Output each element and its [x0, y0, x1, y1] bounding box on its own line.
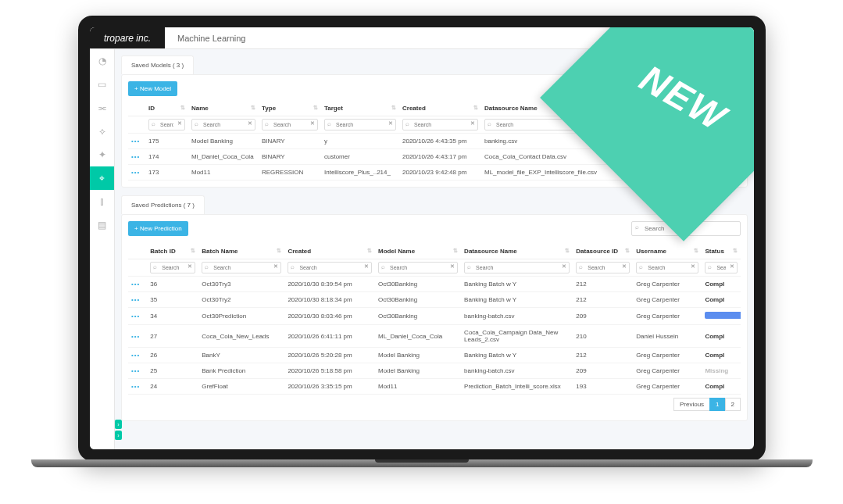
- sort-icon[interactable]: ⇅: [191, 248, 195, 254]
- status-progress-bar: [705, 312, 741, 319]
- sort-icon[interactable]: ⇅: [391, 105, 396, 111]
- pagination-previous[interactable]: Previous: [673, 398, 710, 411]
- column-search[interactable]: ✕: [150, 262, 195, 273]
- row-actions-icon[interactable]: •••: [131, 153, 140, 160]
- column-search[interactable]: ✕: [576, 262, 630, 273]
- column-header[interactable]: Created⇅: [399, 101, 481, 116]
- pagination-page-2[interactable]: 2: [725, 398, 741, 411]
- row-actions-icon[interactable]: •••: [131, 138, 140, 145]
- row-actions-icon[interactable]: •••: [131, 281, 140, 288]
- column-search[interactable]: ✕: [636, 262, 698, 273]
- table-row[interactable]: •••25Bank Prediction2020/10/26 5:18:58 p…: [128, 363, 741, 379]
- sort-icon[interactable]: ⇅: [453, 248, 458, 254]
- table-row[interactable]: •••26BankY2020/10/26 5:20:28 pmModel Ban…: [128, 348, 741, 363]
- table-row[interactable]: •••27Coca_Cola_New_Leads2020/10/26 6:41:…: [128, 325, 741, 348]
- sidebar-item-2[interactable]: ⫘: [90, 96, 114, 120]
- column-search[interactable]: ✕: [288, 262, 372, 273]
- sidebar-item-7[interactable]: ▤: [90, 213, 114, 237]
- tab-saved-models[interactable]: Saved Models ( 3 ): [121, 55, 194, 74]
- column-header[interactable]: Name⇅: [188, 101, 259, 116]
- sidebar-item-1[interactable]: ▭: [90, 73, 114, 96]
- saved-predictions-section: Saved Predictions ( 7 ) New Prediction B…: [121, 195, 748, 421]
- column-search[interactable]: ✕: [262, 119, 318, 130]
- table-row[interactable]: •••24GrefFloat2020/10/26 3:35:15 pmMod11…: [128, 379, 741, 395]
- pagination: Previous12: [128, 395, 741, 414]
- column-search[interactable]: ✕: [148, 119, 185, 130]
- clear-icon[interactable]: ✕: [273, 263, 278, 270]
- clear-icon[interactable]: ✕: [562, 263, 566, 270]
- sort-icon[interactable]: ⇅: [733, 248, 738, 254]
- tab-saved-predictions[interactable]: Saved Predictions ( 7 ): [121, 195, 205, 214]
- row-actions-icon[interactable]: •••: [131, 313, 140, 320]
- clear-icon[interactable]: ✕: [470, 120, 475, 127]
- screen: tropare inc. Machine Learning ◔▭⫘⟡✦⌖⫿▤ ›…: [90, 27, 754, 449]
- column-header[interactable]: Type⇅: [259, 101, 321, 116]
- clear-icon[interactable]: ✕: [177, 120, 182, 127]
- sort-icon[interactable]: ⇅: [625, 248, 630, 254]
- row-actions-icon[interactable]: •••: [131, 333, 140, 340]
- sidebar-item-6[interactable]: ⫿: [90, 190, 114, 213]
- column-search[interactable]: ✕: [191, 119, 255, 130]
- clear-icon[interactable]: ✕: [450, 263, 455, 270]
- column-header[interactable]: Batch Name⇅: [198, 244, 284, 259]
- clear-icon[interactable]: ✕: [364, 263, 369, 270]
- sidebar-item-4[interactable]: ✦: [90, 143, 114, 166]
- clear-icon[interactable]: ✕: [622, 263, 627, 270]
- column-header[interactable]: Status⇅: [702, 244, 741, 259]
- column-search[interactable]: ✕: [378, 262, 458, 273]
- table-row[interactable]: •••35Oct30Try22020/10/30 8:18:34 pmOct30…: [128, 292, 741, 308]
- page-title: Machine Learning: [165, 34, 245, 43]
- sort-icon[interactable]: ⇅: [367, 248, 372, 254]
- clear-icon[interactable]: ✕: [310, 120, 315, 127]
- row-actions-icon[interactable]: •••: [131, 367, 140, 374]
- column-header[interactable]: Datasource Name⇅: [461, 244, 573, 259]
- sort-icon[interactable]: ⇅: [694, 248, 698, 254]
- sort-icon[interactable]: ⇅: [277, 248, 281, 254]
- table-row[interactable]: •••34Oct30Prediction2020/10/30 8:03:46 p…: [128, 308, 741, 325]
- column-search[interactable]: ✕: [402, 119, 478, 130]
- row-actions-icon[interactable]: •••: [131, 169, 140, 176]
- column-header[interactable]: Username⇅: [633, 244, 702, 259]
- clear-icon[interactable]: ✕: [730, 263, 734, 270]
- pagination-page-1[interactable]: 1: [709, 398, 725, 411]
- new-model-button[interactable]: New Model: [128, 81, 177, 96]
- column-header[interactable]: Model Name⇅: [375, 244, 461, 259]
- laptop-frame: tropare inc. Machine Learning ◔▭⫘⟡✦⌖⫿▤ ›…: [78, 16, 766, 461]
- column-search[interactable]: ✕: [202, 262, 281, 273]
- sidebar: ◔▭⫘⟡✦⌖⫿▤ ››: [90, 49, 115, 449]
- clear-icon[interactable]: ✕: [248, 120, 252, 127]
- new-prediction-button[interactable]: New Prediction: [128, 221, 188, 236]
- sort-icon[interactable]: ⇅: [565, 248, 570, 254]
- clear-icon[interactable]: ✕: [388, 120, 393, 127]
- clear-icon[interactable]: ✕: [691, 263, 695, 270]
- column-search[interactable]: ✕: [324, 119, 396, 130]
- sidebar-item-5[interactable]: ⌖: [90, 166, 114, 190]
- sidebar-item-0[interactable]: ◔: [90, 49, 114, 73]
- column-header[interactable]: Batch ID⇅: [147, 244, 198, 259]
- row-actions-icon[interactable]: •••: [131, 296, 140, 303]
- sort-icon[interactable]: ⇅: [473, 105, 478, 111]
- brand-logo: tropare inc.: [90, 27, 165, 48]
- row-actions-icon[interactable]: •••: [131, 352, 140, 359]
- predictions-table: Batch ID⇅Batch Name⇅Created⇅Model Name⇅D…: [128, 244, 741, 395]
- laptop-base: [31, 459, 813, 467]
- sort-icon[interactable]: ⇅: [251, 105, 255, 111]
- row-actions-icon[interactable]: •••: [131, 383, 140, 390]
- column-header[interactable]: Datasource ID⇅: [573, 244, 633, 259]
- column-header[interactable]: ID⇅: [145, 101, 188, 116]
- sidebar-item-3[interactable]: ⟡: [90, 120, 114, 143]
- table-row[interactable]: •••36Oct30Try32020/10/30 8:39:54 pmOct30…: [128, 277, 741, 292]
- clear-icon[interactable]: ✕: [188, 263, 192, 270]
- column-header[interactable]: Created⇅: [284, 244, 375, 259]
- sort-icon[interactable]: ⇅: [180, 105, 185, 111]
- sort-icon[interactable]: ⇅: [313, 105, 318, 111]
- column-header[interactable]: Target⇅: [321, 101, 399, 116]
- column-search[interactable]: ✕: [464, 262, 570, 273]
- column-search[interactable]: ✕: [705, 262, 738, 273]
